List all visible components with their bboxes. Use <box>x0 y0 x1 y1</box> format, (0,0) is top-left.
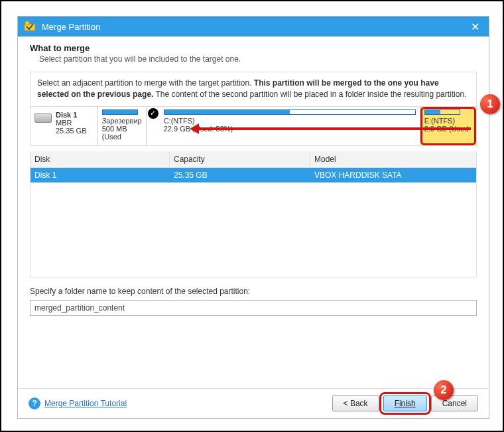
disk-icon <box>34 113 52 123</box>
folder-name-label: Specify a folder name to keep content of… <box>30 287 477 296</box>
th-disk[interactable]: Disk <box>31 151 170 167</box>
instruction-text: Select an adjacent partition to merge wi… <box>30 72 477 106</box>
partition-label: C:(NTFS) <box>164 117 416 125</box>
disk-info: Disk 1 MBR 25.35 GB <box>31 107 97 145</box>
partition-reserved[interactable]: Зарезервир 500 MB (Used <box>97 107 146 145</box>
th-capacity[interactable]: Capacity <box>170 151 310 167</box>
disk-table: Disk Capacity Model Disk 1 25.35 GB VBOX… <box>30 151 477 277</box>
disk-name: Disk 1 <box>56 111 86 119</box>
table-header: Disk Capacity Model <box>31 151 476 168</box>
svg-rect-1 <box>25 21 29 25</box>
close-button[interactable]: ✕ <box>467 21 483 33</box>
checkmark-icon: ✓ <box>148 108 158 119</box>
partition-label: E:(NTFS) <box>424 117 472 125</box>
disk-strip: Disk 1 MBR 25.35 GB Зарезервир 500 MB (U… <box>30 106 477 146</box>
td-capacity: 25.35 GB <box>170 168 310 182</box>
annotation-arrow <box>192 127 471 130</box>
app-icon <box>23 20 36 33</box>
dialog-footer: ? Merge Partition Tutorial < Back Finish… <box>18 388 489 418</box>
page-heading: What to merge <box>30 43 477 53</box>
th-model[interactable]: Model <box>310 151 476 167</box>
tutorial-link[interactable]: Merge Partition Tutorial <box>44 399 127 408</box>
window-title: Merge Partition <box>42 22 467 32</box>
finish-highlight: Finish <box>383 396 427 411</box>
partition-e[interactable]: E:(NTFS) 2.0 GB (Used <box>420 107 476 145</box>
disk-type: MBR <box>56 119 86 127</box>
annotation-marker-2: 2 <box>434 380 454 400</box>
instruction-pre: Select an adjacent partition to merge wi… <box>37 78 254 88</box>
back-button[interactable]: < Back <box>332 396 379 411</box>
td-disk: Disk 1 <box>31 168 170 182</box>
page-subheading: Select partition that you will be includ… <box>39 54 477 64</box>
td-model: VBOX HARDDISK SATA <box>310 168 476 182</box>
dialog-content: What to merge Select partition that you … <box>18 36 489 316</box>
disk-size: 25.35 GB <box>56 127 86 135</box>
partition-sub: 500 MB (Used <box>102 125 142 141</box>
titlebar: Merge Partition ✕ <box>18 17 489 36</box>
instruction-post: The content of the second partition will… <box>153 90 466 99</box>
merge-partition-dialog: Merge Partition ✕ What to merge Select p… <box>17 16 489 419</box>
finish-button[interactable]: Finish <box>383 396 427 411</box>
table-row[interactable]: Disk 1 25.35 GB VBOX HARDDISK SATA <box>31 168 476 182</box>
folder-name-input[interactable] <box>30 300 477 316</box>
help-icon[interactable]: ? <box>29 397 40 409</box>
partition-label: Зарезервир <box>102 117 142 125</box>
annotation-marker-1: 1 <box>480 94 500 114</box>
